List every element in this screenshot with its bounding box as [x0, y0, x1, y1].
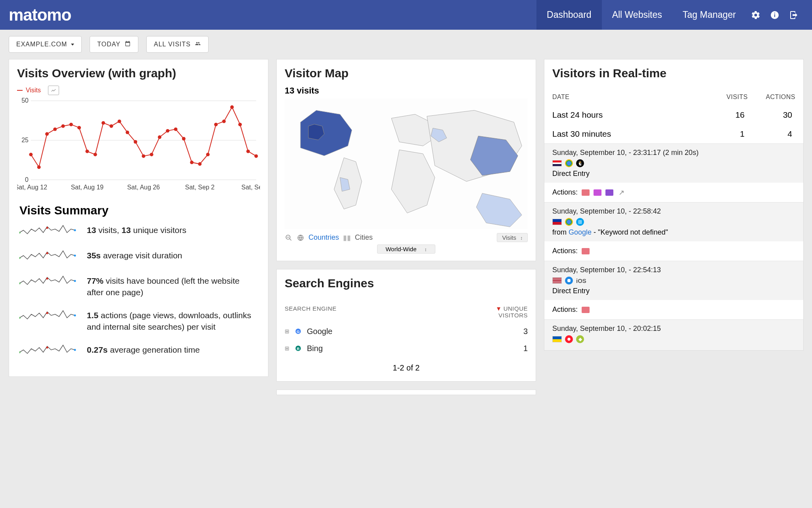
- visit-actions: Actions:: [544, 300, 803, 319]
- folder-icon[interactable]: [582, 307, 590, 313]
- map-region-select[interactable]: World-Wide: [377, 244, 435, 254]
- sparkline: [19, 309, 79, 324]
- nav-all-websites[interactable]: All Websites: [602, 0, 672, 30]
- rt-actions: 30: [748, 110, 795, 120]
- visit-timestamp: Sunday, September 10, - 22:58:42: [552, 207, 795, 216]
- browser-icon: [565, 159, 573, 167]
- realtime-visit[interactable]: Sunday, September 10, - 22:54:13 iOS Dir…: [552, 261, 795, 319]
- realtime-card: Visitors in Real-time DATE VISITS ACTION…: [544, 59, 804, 351]
- folder-icon[interactable]: [594, 189, 601, 196]
- svg-point-37: [255, 154, 258, 158]
- visit-source: Direct Entry: [552, 287, 795, 295]
- realtime-header: DATE VISITS ACTIONS: [552, 86, 795, 105]
- svg-point-17: [94, 153, 97, 156]
- svg-point-13: [61, 124, 65, 128]
- zoom-out-icon[interactable]: [285, 234, 293, 242]
- buildings-icon[interactable]: ▮▮: [343, 234, 351, 242]
- nav-items: Dashboard All Websites Tag Manager: [536, 0, 803, 30]
- rt-label: Last 30 minutes: [552, 129, 708, 139]
- svg-text:Sat, Aug 19: Sat, Aug 19: [71, 184, 104, 191]
- visits-overview-title: Visits Overview (with graph): [17, 67, 260, 80]
- map-tab-cities[interactable]: Cities: [355, 233, 373, 242]
- users-icon: [195, 41, 201, 48]
- flag-icon: [552, 219, 562, 225]
- settings-icon[interactable]: [746, 0, 765, 30]
- chart-legend: Visits: [17, 86, 260, 95]
- summary-row: 35s average visit duration: [17, 250, 260, 264]
- legend-dash-icon: [17, 90, 23, 91]
- svg-point-14: [69, 123, 73, 126]
- svg-point-18: [102, 121, 105, 125]
- realtime-title: Visitors in Real-time: [552, 67, 795, 80]
- nav-tag-manager[interactable]: Tag Manager: [672, 0, 746, 30]
- summary-text: 77% visits have bounced (left the websit…: [87, 275, 258, 298]
- map-visits-count: 13 visits: [285, 86, 528, 96]
- summary-text: 0.27s average generation time: [87, 344, 200, 355]
- svg-point-48: [74, 255, 76, 257]
- visits-line-chart[interactable]: 02550Sat, Aug 12Sat, Aug 19Sat, Aug 26Sa…: [17, 97, 260, 192]
- svg-point-44: [46, 227, 48, 229]
- svg-point-22: [134, 140, 137, 144]
- svg-text:25: 25: [21, 137, 29, 143]
- folder-icon[interactable]: [582, 189, 590, 196]
- expand-icon[interactable]: ⊞: [285, 345, 289, 351]
- world-map[interactable]: [285, 98, 528, 229]
- summary-text: 13 visits, 13 unique visitors: [87, 224, 186, 236]
- engine-name: Bing: [307, 344, 323, 353]
- flag-icon: [552, 336, 562, 342]
- svg-point-16: [85, 149, 89, 153]
- realtime-visit[interactable]: Sunday, September 10, - 22:58:42 ⊞ from …: [552, 202, 795, 261]
- actions-label: Actions:: [552, 306, 578, 314]
- svg-text:Sat, Aug 12: Sat, Aug 12: [17, 184, 47, 191]
- date-selector[interactable]: TODAY: [90, 36, 138, 53]
- dashboard: Visits Overview (with graph) Visits 0255…: [0, 59, 812, 395]
- sparkline: [19, 224, 79, 239]
- realtime-visit[interactable]: Sunday, September 10, - 23:31:17 (2 min …: [552, 143, 795, 202]
- segment-selector[interactable]: ALL VISITS: [146, 36, 209, 53]
- site-selector-label: EXAMPLE.COM: [16, 41, 67, 48]
- source-link[interactable]: Google: [569, 228, 592, 236]
- expand-icon[interactable]: ⊞: [285, 328, 289, 334]
- svg-text:G: G: [297, 329, 300, 334]
- logout-icon[interactable]: [784, 0, 803, 30]
- search-engine-row[interactable]: ⊞ G Google 3: [285, 323, 528, 340]
- info-icon[interactable]: [765, 0, 784, 30]
- col-2: Visitor Map 13 visits: [276, 59, 536, 395]
- site-selector[interactable]: EXAMPLE.COM: [9, 36, 82, 53]
- svg-text:B: B: [297, 346, 299, 351]
- svg-point-45: [74, 229, 76, 231]
- search-engines-title: Search Engines: [285, 277, 528, 290]
- summary-text: 35s average visit duration: [87, 250, 182, 261]
- col-visits: VISITS: [708, 94, 748, 101]
- chart-type-icon[interactable]: [48, 86, 59, 95]
- col-1: Visits Overview (with graph) Visits 0255…: [9, 59, 268, 377]
- external-link-icon[interactable]: ↗: [617, 189, 625, 197]
- os-icon: iOS: [576, 277, 586, 284]
- map-tab-countries[interactable]: Countries: [308, 233, 339, 242]
- svg-point-30: [198, 162, 202, 166]
- search-engine-row[interactable]: ⊞ B Bing 1: [285, 340, 528, 357]
- sparkline: [19, 250, 79, 264]
- flag-icon: [552, 277, 562, 284]
- folder-icon[interactable]: [605, 189, 613, 196]
- map-metric-select[interactable]: Visits: [497, 233, 528, 242]
- search-engines-header: SEARCH ENGINE ▼UNIQUEVISITORS: [285, 296, 528, 323]
- svg-point-54: [74, 314, 76, 316]
- engine-visitors: 3: [523, 327, 528, 336]
- search-engines-card: Search Engines SEARCH ENGINE ▼UNIQUEVISI…: [276, 269, 536, 382]
- globe-icon[interactable]: [297, 234, 304, 242]
- col-3: Visitors in Real-time DATE VISITS ACTION…: [544, 59, 804, 351]
- rt-visits: 1: [708, 129, 748, 139]
- svg-point-56: [46, 346, 48, 348]
- folder-icon[interactable]: [582, 248, 590, 254]
- summary-row: 1.5 actions (page views, downloads, outl…: [17, 309, 260, 333]
- realtime-visit[interactable]: Sunday, September 10, - 20:02:15 ◆: [552, 319, 795, 350]
- col-unique-visitors[interactable]: ▼UNIQUEVISITORS: [496, 305, 528, 319]
- visit-timestamp: Sunday, September 10, - 22:54:13: [552, 266, 795, 274]
- visitor-map-card: Visitor Map 13 visits: [276, 59, 536, 261]
- engine-visitors: 1: [523, 344, 528, 353]
- svg-point-29: [190, 160, 193, 164]
- svg-point-34: [230, 105, 234, 109]
- nav-dashboard[interactable]: Dashboard: [536, 0, 602, 30]
- visits-overview-card: Visits Overview (with graph) Visits 0255…: [9, 59, 268, 377]
